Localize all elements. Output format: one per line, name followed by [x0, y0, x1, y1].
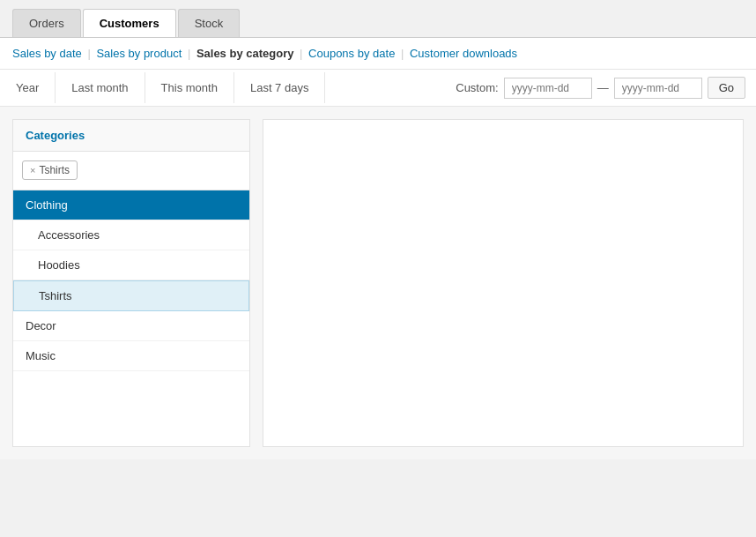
list-item[interactable]: Clothing — [13, 190, 249, 220]
categories-listbox: Clothing Accessories Hoodies Tshirts Dec… — [13, 190, 249, 384]
list-item[interactable]: Hoodies — [13, 250, 249, 280]
nav-customer-downloads[interactable]: Customer downloads — [410, 47, 517, 60]
categories-panel: Categories × Tshirts Clothing Accessorie… — [12, 119, 250, 447]
list-item[interactable]: Tshirts — [13, 280, 249, 311]
date-filter-bar: Year Last month This month Last 7 days C… — [0, 70, 756, 107]
nav-sales-by-date[interactable]: Sales by date — [12, 47, 82, 60]
nav-sales-by-category-current: Sales by category — [196, 47, 294, 60]
list-item[interactable]: Decor — [13, 311, 249, 341]
list-item[interactable]: Accessories — [13, 220, 249, 250]
tag-remove-icon[interactable]: × — [30, 166, 35, 175]
tab-orders[interactable]: Orders — [12, 9, 81, 37]
filter-last-7-days[interactable]: Last 7 days — [234, 72, 326, 103]
date-from-input[interactable] — [504, 78, 592, 99]
date-separator: — — [597, 81, 609, 94]
custom-label: Custom: — [456, 81, 498, 94]
date-to-input[interactable] — [614, 78, 702, 99]
filter-this-month[interactable]: This month — [145, 72, 234, 103]
chart-area — [263, 119, 744, 447]
tab-customers[interactable]: Customers — [83, 9, 176, 37]
list-item[interactable]: Music — [13, 341, 249, 371]
tag-label: Tshirts — [39, 164, 70, 176]
tab-stock[interactable]: Stock — [178, 9, 241, 37]
page-wrapper: Orders Customers Stock Sales by date | S… — [0, 0, 756, 537]
content-area: Sales by date | Sales by product | Sales… — [0, 37, 756, 459]
filter-year[interactable]: Year — [0, 72, 56, 103]
listbox-wrapper: Clothing Accessories Hoodies Tshirts Dec… — [13, 190, 249, 384]
sub-nav: Sales by date | Sales by product | Sales… — [0, 38, 756, 70]
separator-1: | — [87, 47, 93, 60]
tabs-bar: Orders Customers Stock — [0, 0, 756, 37]
separator-4: | — [401, 47, 407, 60]
selected-tags-area: × Tshirts — [13, 152, 249, 190]
nav-coupons-by-date[interactable]: Coupons by date — [308, 47, 395, 60]
separator-2: | — [188, 47, 194, 60]
separator-3: | — [300, 47, 306, 60]
nav-sales-by-product[interactable]: Sales by product — [96, 47, 182, 60]
main-layout: Categories × Tshirts Clothing Accessorie… — [0, 107, 756, 459]
custom-date-section: Custom: — Go — [445, 70, 756, 106]
tag-tshirts[interactable]: × Tshirts — [22, 160, 78, 180]
filter-last-month[interactable]: Last month — [56, 72, 145, 103]
categories-header: Categories — [13, 120, 249, 152]
go-button[interactable]: Go — [708, 77, 745, 99]
